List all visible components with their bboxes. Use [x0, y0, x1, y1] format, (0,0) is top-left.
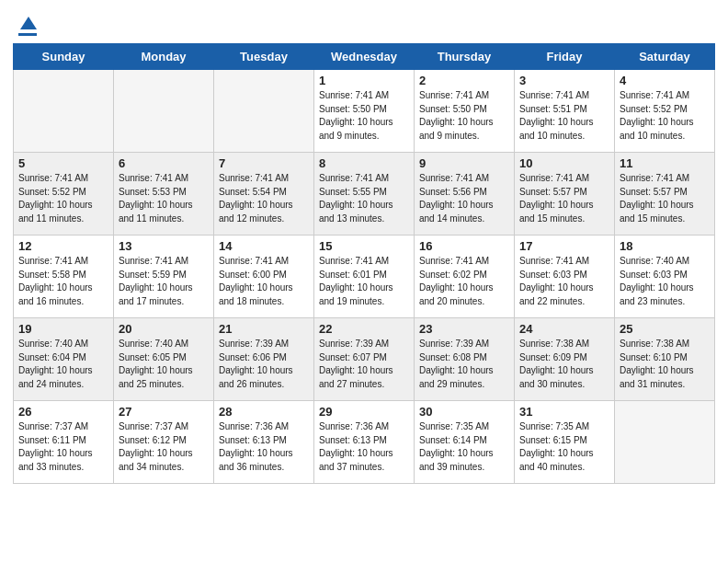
day-number: 24 — [519, 322, 609, 336]
day-details: Sunrise: 7:41 AM Sunset: 5:58 PM Dayligh… — [18, 255, 108, 308]
day-details: Sunrise: 7:41 AM Sunset: 5:52 PM Dayligh… — [18, 172, 108, 225]
day-header-wednesday: Wednesday — [314, 44, 415, 70]
day-details: Sunrise: 7:41 AM Sunset: 5:55 PM Dayligh… — [319, 172, 409, 225]
calendar-cell: 6Sunrise: 7:41 AM Sunset: 5:53 PM Daylig… — [114, 153, 214, 236]
calendar-cell — [114, 70, 214, 153]
calendar-cell: 23Sunrise: 7:39 AM Sunset: 6:08 PM Dayli… — [415, 318, 515, 401]
day-details: Sunrise: 7:40 AM Sunset: 6:03 PM Dayligh… — [620, 255, 710, 308]
day-header-monday: Monday — [114, 44, 214, 70]
day-details: Sunrise: 7:36 AM Sunset: 6:13 PM Dayligh… — [319, 420, 409, 474]
calendar-cell: 31Sunrise: 7:35 AM Sunset: 6:15 PM Dayli… — [515, 401, 615, 484]
day-details: Sunrise: 7:40 AM Sunset: 6:05 PM Dayligh… — [119, 338, 209, 391]
calendar-cell: 17Sunrise: 7:41 AM Sunset: 6:03 PM Dayli… — [515, 236, 615, 318]
calendar-cell: 29Sunrise: 7:36 AM Sunset: 6:13 PM Dayli… — [314, 401, 415, 484]
calendar-cell: 20Sunrise: 7:40 AM Sunset: 6:05 PM Dayli… — [114, 318, 214, 401]
calendar-cell: 13Sunrise: 7:41 AM Sunset: 5:59 PM Dayli… — [114, 236, 214, 318]
calendar-wrapper: SundayMondayTuesdayWednesdayThursdayFrid… — [0, 43, 728, 497]
week-row-3: 12Sunrise: 7:41 AM Sunset: 5:58 PM Dayli… — [14, 236, 715, 318]
day-number: 29 — [319, 405, 409, 419]
day-details: Sunrise: 7:39 AM Sunset: 6:06 PM Dayligh… — [219, 338, 309, 391]
calendar-cell: 5Sunrise: 7:41 AM Sunset: 5:52 PM Daylig… — [14, 153, 114, 236]
day-details: Sunrise: 7:40 AM Sunset: 6:04 PM Dayligh… — [18, 338, 108, 391]
day-details: Sunrise: 7:41 AM Sunset: 5:59 PM Dayligh… — [119, 255, 209, 308]
day-details: Sunrise: 7:41 AM Sunset: 5:56 PM Dayligh… — [419, 172, 509, 225]
day-header-tuesday: Tuesday — [214, 44, 314, 70]
day-number: 21 — [219, 322, 309, 336]
day-number: 10 — [519, 156, 609, 170]
day-number: 22 — [319, 322, 409, 336]
calendar-cell: 18Sunrise: 7:40 AM Sunset: 6:03 PM Dayli… — [615, 236, 715, 318]
day-details: Sunrise: 7:41 AM Sunset: 5:53 PM Dayligh… — [119, 172, 209, 225]
day-details: Sunrise: 7:35 AM Sunset: 6:14 PM Dayligh… — [419, 420, 509, 474]
day-details: Sunrise: 7:41 AM Sunset: 5:54 PM Dayligh… — [219, 172, 309, 225]
logo — [18, 15, 37, 36]
calendar-cell: 15Sunrise: 7:41 AM Sunset: 6:01 PM Dayli… — [314, 236, 415, 318]
day-number: 27 — [119, 405, 209, 419]
calendar-cell: 16Sunrise: 7:41 AM Sunset: 6:02 PM Dayli… — [415, 236, 515, 318]
day-number: 4 — [620, 74, 710, 87]
svg-marker-0 — [20, 17, 37, 29]
day-number: 5 — [18, 156, 108, 170]
day-details: Sunrise: 7:41 AM Sunset: 5:50 PM Dayligh… — [419, 89, 509, 143]
day-header-friday: Friday — [515, 44, 615, 70]
calendar-cell: 7Sunrise: 7:41 AM Sunset: 5:54 PM Daylig… — [214, 153, 314, 236]
day-header-thursday: Thursday — [415, 44, 515, 70]
day-details: Sunrise: 7:41 AM Sunset: 5:50 PM Dayligh… — [319, 89, 409, 143]
logo-icon — [20, 15, 37, 31]
day-number: 31 — [519, 405, 609, 419]
day-number: 19 — [18, 322, 108, 336]
day-number: 30 — [419, 405, 509, 419]
day-number: 16 — [419, 239, 509, 253]
calendar-cell: 21Sunrise: 7:39 AM Sunset: 6:06 PM Dayli… — [214, 318, 314, 401]
calendar-cell: 27Sunrise: 7:37 AM Sunset: 6:12 PM Dayli… — [114, 401, 214, 484]
day-number: 23 — [419, 322, 509, 336]
calendar-cell: 4Sunrise: 7:41 AM Sunset: 5:52 PM Daylig… — [615, 70, 715, 153]
day-details: Sunrise: 7:41 AM Sunset: 6:01 PM Dayligh… — [319, 255, 409, 308]
day-details: Sunrise: 7:41 AM Sunset: 5:52 PM Dayligh… — [620, 89, 710, 143]
calendar-cell: 3Sunrise: 7:41 AM Sunset: 5:51 PM Daylig… — [515, 70, 615, 153]
day-number: 6 — [119, 156, 209, 170]
day-details: Sunrise: 7:41 AM Sunset: 5:57 PM Dayligh… — [620, 172, 710, 225]
calendar-cell: 25Sunrise: 7:38 AM Sunset: 6:10 PM Dayli… — [615, 318, 715, 401]
day-number: 14 — [219, 239, 309, 253]
week-row-4: 19Sunrise: 7:40 AM Sunset: 6:04 PM Dayli… — [14, 318, 715, 401]
day-number: 17 — [519, 239, 609, 253]
calendar-cell: 24Sunrise: 7:38 AM Sunset: 6:09 PM Dayli… — [515, 318, 615, 401]
day-number: 8 — [319, 156, 409, 170]
calendar-cell: 14Sunrise: 7:41 AM Sunset: 6:00 PM Dayli… — [214, 236, 314, 318]
day-details: Sunrise: 7:41 AM Sunset: 6:03 PM Dayligh… — [519, 255, 609, 308]
day-number: 3 — [519, 74, 609, 87]
calendar-cell: 8Sunrise: 7:41 AM Sunset: 5:55 PM Daylig… — [314, 153, 415, 236]
day-number: 13 — [119, 239, 209, 253]
calendar-cell: 10Sunrise: 7:41 AM Sunset: 5:57 PM Dayli… — [515, 153, 615, 236]
page-header — [0, 0, 728, 43]
day-header-sunday: Sunday — [14, 44, 114, 70]
calendar-cell: 9Sunrise: 7:41 AM Sunset: 5:56 PM Daylig… — [415, 153, 515, 236]
day-details: Sunrise: 7:37 AM Sunset: 6:11 PM Dayligh… — [18, 420, 108, 474]
calendar-cell: 2Sunrise: 7:41 AM Sunset: 5:50 PM Daylig… — [415, 70, 515, 153]
day-number: 26 — [18, 405, 108, 419]
calendar-cell: 11Sunrise: 7:41 AM Sunset: 5:57 PM Dayli… — [615, 153, 715, 236]
calendar-cell — [214, 70, 314, 153]
day-details: Sunrise: 7:41 AM Sunset: 6:00 PM Dayligh… — [219, 255, 309, 308]
day-details: Sunrise: 7:37 AM Sunset: 6:12 PM Dayligh… — [119, 420, 209, 474]
day-header-saturday: Saturday — [615, 44, 715, 70]
day-number: 28 — [219, 405, 309, 419]
week-row-1: 1Sunrise: 7:41 AM Sunset: 5:50 PM Daylig… — [14, 70, 715, 153]
calendar-cell: 1Sunrise: 7:41 AM Sunset: 5:50 PM Daylig… — [314, 70, 415, 153]
week-row-2: 5Sunrise: 7:41 AM Sunset: 5:52 PM Daylig… — [14, 153, 715, 236]
day-details: Sunrise: 7:38 AM Sunset: 6:10 PM Dayligh… — [620, 338, 710, 391]
day-details: Sunrise: 7:39 AM Sunset: 6:08 PM Dayligh… — [419, 338, 509, 391]
day-details: Sunrise: 7:38 AM Sunset: 6:09 PM Dayligh… — [519, 338, 609, 391]
day-number: 2 — [419, 74, 509, 87]
calendar-cell — [14, 70, 114, 153]
calendar-cell: 26Sunrise: 7:37 AM Sunset: 6:11 PM Dayli… — [14, 401, 114, 484]
logo-underline — [18, 33, 37, 36]
calendar-cell: 30Sunrise: 7:35 AM Sunset: 6:14 PM Dayli… — [415, 401, 515, 484]
calendar-cell: 22Sunrise: 7:39 AM Sunset: 6:07 PM Dayli… — [314, 318, 415, 401]
day-number: 12 — [18, 239, 108, 253]
calendar-cell — [615, 401, 715, 484]
day-number: 1 — [319, 74, 409, 87]
day-number: 11 — [620, 156, 710, 170]
day-number: 9 — [419, 156, 509, 170]
